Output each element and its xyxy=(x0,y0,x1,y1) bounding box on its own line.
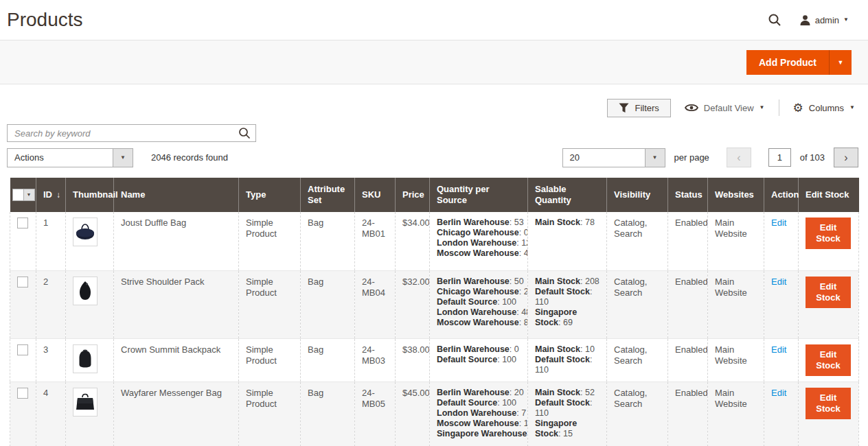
pagination: 20 ▼ per page ‹ of 103 › xyxy=(562,148,858,167)
cell-websites: Main Website xyxy=(708,212,764,270)
edit-stock-button[interactable]: Edit Stock xyxy=(806,344,851,376)
chevron-down-icon: ▼ xyxy=(23,189,34,200)
product-thumbnail xyxy=(73,218,98,246)
per-page-label: per page xyxy=(674,152,709,163)
row-checkbox[interactable] xyxy=(17,277,28,287)
page-header: Products admin ▼ xyxy=(0,0,868,40)
edit-link[interactable]: Edit xyxy=(771,388,786,398)
columns-label: Columns xyxy=(809,103,844,113)
records-count: 2046 records found xyxy=(151,152,228,163)
cell-attribute-set: Bag xyxy=(301,338,355,382)
select-all-checkbox[interactable] xyxy=(13,189,23,200)
column-header-qty-per-source[interactable]: Quantity per Source xyxy=(430,178,528,212)
column-header-price[interactable]: Price xyxy=(396,178,430,212)
chevron-down-icon: ▼ xyxy=(645,149,665,167)
actions-dropdown-value: Actions xyxy=(8,149,113,167)
cell-id: 2 xyxy=(36,270,66,338)
shoulder-pack-image xyxy=(78,281,93,301)
chevron-down-icon: ▼ xyxy=(843,17,849,23)
column-header-thumbnail[interactable]: Thumbnail xyxy=(66,178,114,212)
column-header-action[interactable]: Action xyxy=(764,178,799,212)
column-header-id[interactable]: ID↓ xyxy=(36,178,66,212)
cell-price: $32.00 xyxy=(396,270,430,338)
columns-control[interactable]: ⚙ Columns ▼ xyxy=(793,102,855,114)
cell-type: Simple Product xyxy=(239,270,301,338)
admin-username: admin xyxy=(815,15,839,25)
search-input[interactable] xyxy=(7,124,256,142)
column-header-type[interactable]: Type xyxy=(239,178,301,212)
global-search-icon[interactable] xyxy=(768,13,781,27)
cell-attribute-set: Bag xyxy=(301,212,355,270)
column-header-status[interactable]: Status xyxy=(668,178,708,212)
cell-status: Enabled xyxy=(668,270,708,338)
table-row: 4 Wayfarer Messenger Bag Simple Product … xyxy=(10,382,859,446)
cell-id: 3 xyxy=(36,338,66,382)
chevron-down-icon: ▼ xyxy=(849,105,855,110)
current-page-input[interactable] xyxy=(768,148,791,167)
column-header-edit-stock[interactable]: Edit Stock xyxy=(799,178,859,212)
cell-sku: 24-MB04 xyxy=(355,270,396,338)
page-title: Products xyxy=(7,9,83,31)
cell-sku: 24-MB05 xyxy=(355,382,396,446)
next-page-button[interactable]: › xyxy=(834,148,858,167)
gear-icon: ⚙ xyxy=(793,102,803,114)
column-header-websites[interactable]: Websites xyxy=(708,178,764,212)
cell-name: Joust Duffle Bag xyxy=(114,212,239,270)
cell-price: $34.00 xyxy=(396,212,430,270)
total-pages-label: of 103 xyxy=(800,152,825,163)
view-switcher[interactable]: Default View ▼ xyxy=(685,103,765,113)
cell-status: Enabled xyxy=(668,382,708,446)
add-product-button[interactable]: Add Product ▼ xyxy=(746,50,852,75)
cell-status: Enabled xyxy=(668,212,708,270)
page-actions-band: Add Product ▼ xyxy=(0,40,868,84)
admin-account-menu[interactable]: admin ▼ xyxy=(799,14,849,26)
column-header-salable-quantity[interactable]: Salable Quantity xyxy=(528,178,607,212)
actions-dropdown[interactable]: Actions ▼ xyxy=(7,148,133,167)
column-header-name[interactable]: Name xyxy=(114,178,239,212)
edit-stock-button[interactable]: Edit Stock xyxy=(806,388,851,419)
column-header-visibility[interactable]: Visibility xyxy=(607,178,668,212)
page-size-dropdown[interactable]: 20 ▼ xyxy=(562,148,665,167)
add-product-split-toggle[interactable]: ▼ xyxy=(829,50,852,75)
cell-price: $38.00 xyxy=(396,338,430,382)
cell-status: Enabled xyxy=(668,338,708,382)
table-row: 1 Joust Duffle Bag Simple Product Bag 24… xyxy=(10,212,859,270)
edit-link[interactable]: Edit xyxy=(771,344,786,355)
cell-websites: Main Website xyxy=(708,338,764,382)
eye-icon xyxy=(685,103,698,113)
toolbar-divider xyxy=(779,99,779,116)
filters-button[interactable]: Filters xyxy=(607,99,670,117)
products-grid: ▼ ID↓ Thumbnail Name Type Attribute Set … xyxy=(10,178,858,446)
duffle-bag-image xyxy=(75,224,95,240)
cell-salable-quantity: Main Stock10 Default Stock110 xyxy=(528,338,607,382)
page-size-value: 20 xyxy=(563,149,645,167)
add-product-label[interactable]: Add Product xyxy=(746,50,829,75)
column-header-sku[interactable]: SKU xyxy=(355,178,396,212)
sort-descending-icon: ↓ xyxy=(56,190,60,200)
edit-stock-button[interactable]: Edit Stock xyxy=(806,218,851,249)
chevron-down-icon: ▼ xyxy=(760,105,765,110)
column-header-attribute-set[interactable]: Attribute Set xyxy=(301,178,355,212)
table-row: 3 Crown Summit Backpack Simple Product B… xyxy=(10,338,859,382)
cell-visibility: Catalog, Search xyxy=(607,270,668,338)
row-checkbox[interactable] xyxy=(17,388,28,399)
edit-link[interactable]: Edit xyxy=(771,218,786,228)
row-checkbox[interactable] xyxy=(17,218,28,228)
cell-qty-per-source: Berlin Warehouse53 Chicago Warehouse0 Lo… xyxy=(430,212,528,270)
search-icon[interactable] xyxy=(238,127,251,139)
keyword-search xyxy=(7,124,256,142)
previous-page-button[interactable]: ‹ xyxy=(727,148,751,167)
messenger-bag-image xyxy=(75,393,95,411)
cell-salable-quantity: Main Stock52 Default Stock110 Singapore … xyxy=(528,382,607,446)
edit-link[interactable]: Edit xyxy=(771,277,786,287)
cell-price: $45.00 xyxy=(396,382,430,446)
product-thumbnail xyxy=(73,344,98,373)
edit-stock-button[interactable]: Edit Stock xyxy=(806,277,851,308)
cell-type: Simple Product xyxy=(239,212,301,270)
cell-salable-quantity: Main Stock208 Default Stock110 Singapore… xyxy=(528,270,607,338)
row-checkbox[interactable] xyxy=(17,344,28,355)
product-thumbnail xyxy=(73,277,98,305)
cell-visibility: Catalog, Search xyxy=(607,212,668,270)
select-all-dropdown[interactable]: ▼ xyxy=(12,189,35,201)
cell-attribute-set: Bag xyxy=(301,382,355,446)
